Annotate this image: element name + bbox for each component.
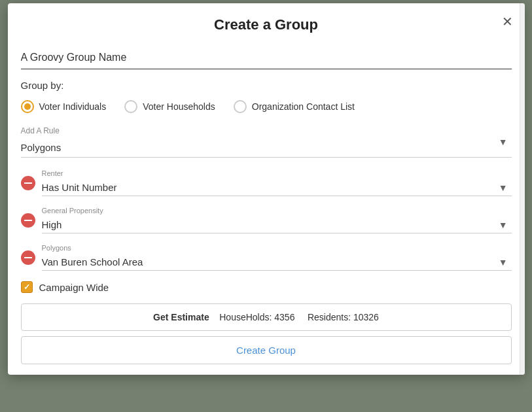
rule-propensity-content: General Propensity High Medium Low ▼ (42, 207, 512, 233)
radio-voter-individuals[interactable]: Voter Individuals (21, 100, 107, 113)
add-rule-select[interactable]: Polygons Renter General Propensity (21, 138, 512, 158)
modal-body: Group by: Voter Individuals Voter Househ… (8, 41, 525, 375)
rule-item-propensity: General Propensity High Medium Low ▼ (21, 207, 512, 233)
modal-header: Create a Group ✕ (8, 3, 525, 41)
rule-propensity-dropdown-wrapper: High Medium Low ▼ (42, 216, 512, 233)
campaign-wide-row: Campaign Wide (21, 281, 512, 293)
rule-propensity-label: General Propensity (42, 207, 512, 215)
rule-renter-label: Renter (42, 169, 512, 177)
radio-label-households: Voter Households (143, 101, 215, 112)
rule-renter-select[interactable]: Has Unit Number No Unit Number (42, 179, 512, 196)
radio-org-contact[interactable]: Organization Contact List (234, 100, 355, 113)
residents-value: 10326 (353, 312, 379, 322)
remove-rule-propensity-button[interactable] (21, 213, 35, 228)
scrollbar[interactable] (520, 3, 525, 375)
modal-overlay: Create a Group ✕ Group by: Voter Individ… (0, 0, 532, 412)
radio-circle-individuals (21, 100, 34, 113)
rule-polygons-select[interactable]: Van Buren School Area Other Area (42, 254, 512, 271)
radio-group: Voter Individuals Voter Households Organ… (21, 100, 512, 113)
close-button[interactable]: ✕ (499, 12, 516, 31)
get-estimate-bar[interactable]: Get Estimate HouseHolds: 4356 Residents:… (21, 303, 512, 331)
remove-rule-polygons-button[interactable] (21, 250, 35, 265)
modal-title: Create a Group (21, 16, 512, 33)
radio-circle-org (234, 100, 247, 113)
residents-label: Residents: (308, 312, 351, 322)
get-estimate-label: Get Estimate (153, 312, 209, 322)
radio-label-individuals: Voter Individuals (39, 101, 107, 112)
rule-renter-dropdown-wrapper: Has Unit Number No Unit Number ▼ (42, 179, 512, 196)
rule-item-renter: Renter Has Unit Number No Unit Number ▼ (21, 169, 512, 196)
create-group-button[interactable]: Create Group (21, 336, 512, 364)
radio-voter-households[interactable]: Voter Households (124, 100, 215, 113)
remove-rule-renter-button[interactable] (21, 176, 35, 190)
radio-label-org: Organization Contact List (252, 101, 355, 112)
rule-polygons-content: Polygons Van Buren School Area Other Are… (42, 244, 512, 271)
rule-polygons-label: Polygons (42, 244, 512, 252)
campaign-wide-label: Campaign Wide (39, 282, 109, 293)
campaign-wide-checkbox[interactable] (21, 281, 33, 293)
add-rule-wrapper: Add A Rule Polygons Renter General Prope… (21, 126, 512, 158)
group-name-input[interactable] (21, 46, 512, 69)
rule-propensity-select[interactable]: High Medium Low (42, 216, 512, 233)
create-group-modal: Create a Group ✕ Group by: Voter Individ… (8, 3, 525, 375)
rule-polygons-dropdown-wrapper: Van Buren School Area Other Area ▼ (42, 254, 512, 271)
rule-item-polygons: Polygons Van Buren School Area Other Are… (21, 244, 512, 271)
rule-renter-content: Renter Has Unit Number No Unit Number ▼ (42, 169, 512, 196)
households-label: HouseHolds: (219, 312, 272, 322)
add-rule-label: Add A Rule (21, 126, 512, 135)
households-value: 4356 (274, 312, 294, 322)
group-by-label: Group by: (21, 80, 512, 91)
radio-circle-households (124, 100, 137, 113)
